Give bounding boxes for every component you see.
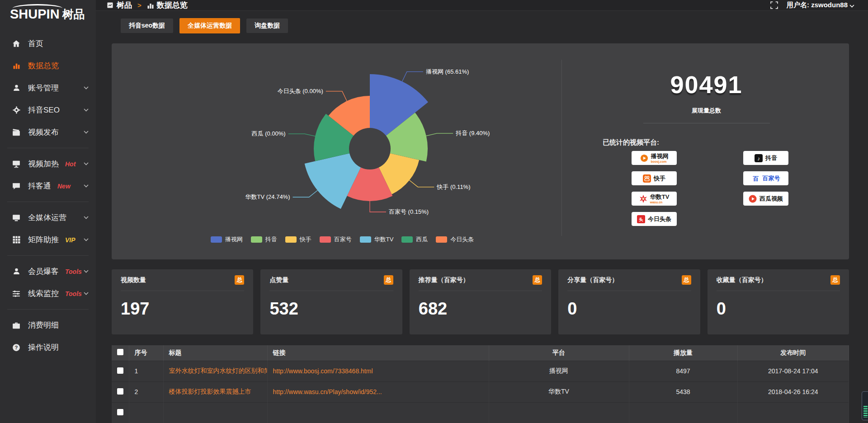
chevron-down-icon [84,86,89,89]
row-checkbox[interactable] [117,388,123,395]
wallet-icon [12,321,21,330]
user-menu[interactable]: 用户名: zswodun88 [787,1,854,9]
rose-pie-chart[interactable]: 播视网 (65.61%)抖音 (9.40%)快手 (0.11%)百家号 (0.1… [139,50,546,235]
sidebar-divider [7,255,89,256]
sidebar-item-label: 矩阵助推 [28,235,59,245]
scrollbar-widget[interactable] [862,391,868,420]
pie-label: 快手 (0.11%) [436,183,470,190]
platform-subtext: wasu.cn [650,201,670,204]
total-badge[interactable]: 总 [235,275,244,285]
platform-name: 西瓜视频 [760,196,783,202]
total-badge[interactable]: 总 [533,275,542,285]
content: 抖音seo数据全媒体运营数据询盘数据 播视网 (65.61%)抖音 (9.40%… [96,11,868,423]
chevron-down-icon [849,1,854,9]
chart-icon [12,61,21,70]
breadcrumb-item-shupin[interactable]: 树品 [107,0,132,10]
legend-swatch [360,236,371,243]
home-icon [12,39,21,48]
platform-subtext: boosj.com [651,160,669,163]
legend-item[interactable]: 百家号 [320,235,352,244]
legend-swatch [251,236,262,243]
tab-douyin-seo-data[interactable]: 抖音seo数据 [121,19,173,33]
column-header: 序号 [129,345,163,361]
sidebar-item-label: 数据总览 [28,61,59,71]
sidebar-item-label: 首页 [28,38,43,49]
topbar-right: 用户名: zswodun88 [770,1,854,9]
stat-card-value: 0 [567,299,691,319]
kuaishou-icon [643,174,651,183]
row-checkbox[interactable] [117,409,123,415]
stat-card-label: 收藏量（百家号） [717,276,767,284]
stat-card-header: 收藏量（百家号） 总 [717,269,840,291]
baijiahao-icon: 百 [752,174,760,183]
legend-item[interactable]: 今日头条 [436,235,474,244]
total-badge[interactable]: 总 [830,275,840,285]
sidebar-item-help[interactable]: ?操作说明 [0,336,96,358]
xigua-icon [749,195,757,203]
sidebar-item-label: 账号管理 [28,83,59,93]
sidebar-item-account[interactable]: 账号管理 [0,77,96,99]
sidebar-item-video-publish[interactable]: 视频发布 [0,121,96,143]
user-icon [12,84,21,93]
table-row: 1 室外水纹灯和室内水纹灯的区别和简介 http://www.boosj.com… [112,361,849,381]
sidebar-item-omni-media[interactable]: 全媒体运营 [0,207,96,229]
legend-label: 抖音 [265,235,277,244]
row-time: 2017-08-24 17:04 [737,361,849,381]
sidebar-item-video-heat[interactable]: 视频加热Hot [0,153,96,175]
legend-swatch [211,236,222,243]
select-all-checkbox[interactable] [117,349,123,355]
row-url-link[interactable]: http://www.wasu.cn/Play/show/id/952... [267,381,489,402]
legend-item[interactable]: 抖音 [251,235,277,244]
gear-icon [12,106,21,115]
legend-item[interactable]: 西瓜 [401,235,428,244]
stat-card: 视频数量 总 197 [112,269,253,334]
table-row: 2 楼体投影灯投影效果震撼上市 http://www.wasu.cn/Play/… [112,381,849,402]
platform-badge-kuaishou: 快手 [632,171,677,185]
chevron-down-icon [84,216,89,219]
stat-card-header: 视频数量 总 [121,269,244,291]
sidebar-item-douyin-seo[interactable]: 抖音SEO [0,99,96,121]
legend-item[interactable]: 华数TV [360,235,394,244]
scrollbar-stripes-icon [863,406,868,418]
sidebar-item-consume-detail[interactable]: 消费明细 [0,314,96,336]
total-badge[interactable]: 总 [682,275,691,285]
member-icon [12,267,21,276]
row-url-link[interactable]: http://www.boosj.com/7338468.html [267,361,489,381]
sidebar-item-data-overview[interactable]: 数据总览 [0,55,96,77]
total-impressions-value: 90491 [564,70,849,99]
logo-text-en: SHUPIN [10,7,60,22]
legend-item[interactable]: 快手 [285,235,311,244]
row-title-link[interactable]: 室外水纹灯和室内水纹灯的区别和简介 [163,361,267,381]
sidebar-item-label: 抖客通 [28,181,51,191]
publish-icon [12,128,21,137]
sidebar-item-badge: New [57,183,71,190]
platform-badge-douyin: ♪ 抖音 [743,151,788,165]
row-title-link[interactable]: 楼体投影灯投影效果震撼上市 [163,381,267,402]
sliders-icon [12,289,21,298]
stat-card-value: 682 [419,299,542,319]
sidebar-item-matrix-boost[interactable]: 矩阵助推VIP [0,229,96,251]
stat-card: 点赞量 总 532 [260,269,402,334]
app-logo[interactable]: SHUPIN 树品 [0,0,96,28]
row-checkbox[interactable] [117,367,123,374]
legend-label: 快手 [300,235,311,244]
sidebar-item-member-baoke[interactable]: 会员爆客Tools [0,260,96,282]
svg-text:头: 头 [639,217,643,221]
table-body: 1 室外水纹灯和室内水纹灯的区别和简介 http://www.boosj.com… [112,361,849,423]
tab-inquiry-data[interactable]: 询盘数据 [246,19,288,33]
stat-card: 分享量（百家号） 总 0 [558,269,700,334]
fullscreen-icon[interactable] [770,1,778,9]
select-all-cell [112,345,129,361]
sidebar-item-label: 视频发布 [28,127,59,137]
pie-slice[interactable] [305,153,361,209]
total-badge[interactable]: 总 [384,275,393,285]
legend-label: 华数TV [374,235,394,244]
pie-label: 今日头条 (0.00%) [278,88,323,94]
sidebar-item-douketong[interactable]: 抖客通New [0,175,96,197]
breadcrumb-item-data-overview[interactable]: 数据总览 [147,0,188,10]
sidebar-item-clue-monitor[interactable]: 线索监控Tools [0,282,96,305]
sidebar-item-home[interactable]: 首页 [0,33,96,55]
legend-item[interactable]: 播视网 [211,235,243,244]
stat-card-label: 视频数量 [121,276,146,284]
tab-omni-media-data[interactable]: 全媒体运营数据 [179,18,240,33]
